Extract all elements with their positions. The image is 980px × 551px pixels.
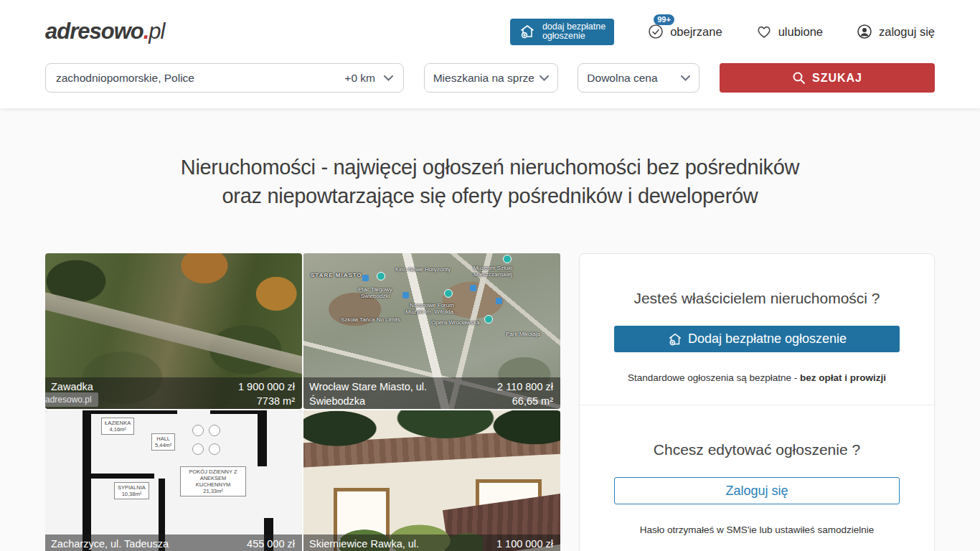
- note-bold: bez opłat i prowizji: [800, 372, 886, 383]
- radius-dropdown[interactable]: +0 km: [344, 72, 393, 85]
- room-area: 10,38m²: [122, 491, 142, 497]
- map-label: Plac Targowy Świebodzki: [351, 286, 400, 299]
- house-plus-icon: [519, 23, 536, 40]
- transit-pin-icon: [362, 275, 369, 281]
- place-pin-icon: [503, 255, 512, 263]
- room-area: 21,33m²: [203, 488, 223, 494]
- check-circle-icon: [647, 23, 664, 40]
- map-label: Muzeum Sztuki Mieszczańskiej: [467, 265, 519, 278]
- listing-area: 7738 m²: [257, 395, 295, 407]
- map-label: Narodowe Forum Muzyki im. Witolda...: [404, 302, 460, 315]
- favorites-label: ulubione: [778, 25, 823, 39]
- map-label: Park Mikołaja: [506, 331, 540, 337]
- chevron-down-icon: [681, 75, 690, 81]
- site-logo[interactable]: adresowo.pl: [45, 19, 164, 44]
- edit-section: Chcesz edytować ogłoszenie ? Zaloguj się…: [580, 405, 934, 551]
- map-label: STARE MIASTO: [311, 272, 362, 278]
- search-submit-button[interactable]: SZUKAJ: [720, 63, 935, 93]
- chevron-down-icon: [540, 75, 549, 81]
- listing-location: Wrocław Stare Miasto, ul. Świebodzka: [309, 380, 453, 409]
- search-bar: zachodniopomorskie, Police +0 km Mieszka…: [45, 63, 935, 108]
- add-listing-sidebar-button[interactable]: Dodaj bezpłatne ogłoszenie: [614, 326, 900, 352]
- radius-value: +0 km: [344, 72, 375, 85]
- transit-pin-icon: [470, 285, 476, 291]
- transit-pin-icon: [402, 292, 409, 298]
- chevron-down-icon: [384, 75, 393, 81]
- house-photo: [303, 410, 560, 551]
- category-select[interactable]: Mieszkania na sprzedaż: [424, 63, 558, 93]
- room-name: HALL: [156, 435, 170, 442]
- listing-price: 2 110 800 zł: [497, 381, 553, 392]
- add-listing-label-line2: ogłoszenie: [542, 31, 585, 41]
- listing-price: 455 000 zł: [247, 538, 295, 550]
- listing-card-zacharzyce[interactable]: ŁAZIENKA 4,16m² HALL 5,44m² SYPIALNIA 10…: [45, 410, 302, 551]
- heart-icon: [755, 23, 773, 40]
- user-icon: [856, 23, 873, 40]
- room-area: 4,16m²: [109, 426, 126, 433]
- viewed-label: obejrzane: [670, 25, 722, 39]
- edit-section-title: Chcesz edytować ogłoszenie ?: [614, 441, 900, 458]
- owner-section: Jesteś właścicielem nieruchomości ? Doda…: [580, 254, 934, 405]
- add-listing-header-button[interactable]: dodaj bezpłatne ogłoszenie: [510, 19, 614, 45]
- price-value: Dowolna cena: [587, 72, 657, 85]
- sidebar-login-button[interactable]: Zaloguj się: [614, 477, 900, 504]
- edit-section-note: Hasło otrzymałeś w SMS'ie lub ustawiłeś …: [614, 524, 900, 535]
- place-pin-icon: [484, 315, 493, 324]
- favorites-link[interactable]: ulubione: [755, 23, 823, 40]
- room-name: POKÓJ DZIENNY Z ANEKSEM KUCHENNYM: [189, 468, 237, 488]
- owner-section-title: Jesteś właścicielem nieruchomości ?: [614, 290, 900, 307]
- add-listing-label-line1: dodaj bezpłatne: [542, 22, 606, 32]
- top-header: adresowo.pl dodaj bezpłatne ogłoszenie: [0, 0, 980, 108]
- room-name: SYPIALNIA: [118, 484, 146, 491]
- listing-location: Skierniewice Rawka, ul.: [309, 537, 419, 551]
- house-plus-icon: [667, 331, 683, 347]
- price-select[interactable]: Dowolna cena: [578, 63, 699, 93]
- search-icon: [792, 71, 806, 85]
- map-label: Opera Wrocławska: [431, 319, 479, 326]
- logo-text: adresowo: [45, 19, 143, 44]
- room-area: 5,44m²: [155, 442, 171, 448]
- listing-area: 66,65 m²: [512, 395, 553, 407]
- map-label: Kino Nowe Horyzonty: [395, 266, 451, 273]
- login-link[interactable]: zaloguj się: [856, 23, 935, 40]
- place-pin-icon: [377, 272, 385, 281]
- map-label: Szkoła Tańca No Limits: [341, 316, 400, 323]
- location-value: zachodniopomorskie, Police: [56, 72, 344, 85]
- login-label: zaloguj się: [879, 25, 935, 39]
- add-listing-sidebar-label: Dodaj bezpłatne ogłoszenie: [688, 331, 847, 347]
- listing-overlay: Skierniewice Rawka, ul. 1 100 000 zł: [303, 534, 560, 551]
- watermark: adresowo.pl: [45, 392, 98, 407]
- category-value: Mieszkania na sprzedaż: [433, 72, 534, 85]
- location-input[interactable]: zachodniopomorskie, Police +0 km: [45, 63, 404, 93]
- search-submit-label: SZUKAJ: [812, 72, 862, 85]
- listing-card-skierniewice[interactable]: Skierniewice Rawka, ul. 1 100 000 zł: [303, 410, 560, 551]
- sidebar: Jesteś właścicielem nieruchomości ? Doda…: [579, 253, 935, 551]
- transit-pin-icon: [496, 298, 502, 304]
- listing-overlay: Wrocław Stare Miasto, ul. Świebodzka 2 1…: [303, 377, 560, 409]
- owner-section-note: Standardowe ogłoszenia są bezpłatne - be…: [614, 372, 900, 383]
- listing-price: 1 900 000 zł: [238, 381, 295, 392]
- listing-card-zawadka[interactable]: Zawadka 1 900 000 zł 7738 m² adresowo.pl: [45, 253, 302, 409]
- listing-card-wroclaw[interactable]: STARE MIASTO Kino Nowe Horyzonty Muzeum …: [303, 253, 560, 409]
- floorplan-photo: ŁAZIENKA 4,16m² HALL 5,44m² SYPIALNIA 10…: [45, 410, 302, 551]
- listing-overlay: Zacharzyce, ul. Tadeusza 455 000 zł: [45, 534, 302, 551]
- listing-location: Zacharzyce, ul. Tadeusza: [51, 537, 169, 551]
- viewed-link[interactable]: 99+ obejrzane: [647, 23, 722, 40]
- room-name: ŁAZIENKA: [105, 420, 131, 426]
- listings-grid: Zawadka 1 900 000 zł 7738 m² adresowo.pl…: [45, 253, 560, 551]
- page-title: Nieruchomości - najwięcej ogłoszeń nieru…: [45, 153, 935, 210]
- listing-price: 1 100 000 zł: [496, 538, 553, 550]
- place-pin-icon: [444, 289, 453, 298]
- viewed-count-badge: 99+: [654, 14, 674, 25]
